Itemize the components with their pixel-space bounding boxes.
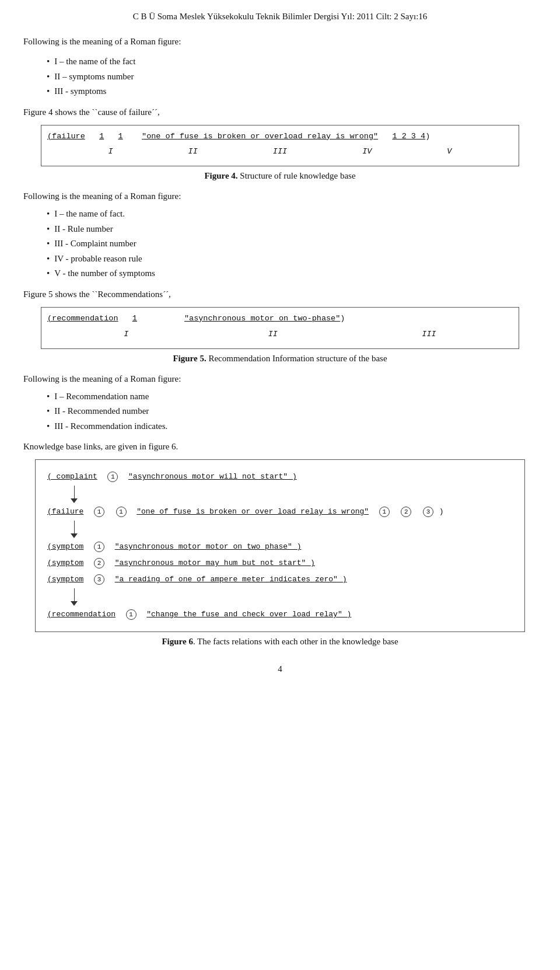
knowledge-section-text: Knowledge base links, are given in figur… — [23, 439, 537, 453]
arrow-group-2 — [71, 521, 513, 538]
list-item: I – the name of fact. — [47, 207, 537, 222]
figure5-box-row: (recommendation 1 "asynchronous motor on… — [47, 312, 513, 326]
figure5-caption: Figure 5. Recommendation Information str… — [23, 354, 537, 364]
arrow-group-1 — [71, 486, 513, 503]
intro-list: I – the name of the fact II – symptoms n… — [47, 54, 537, 99]
figure5-box-text: (recommendation 1 "asynchronous motor on… — [47, 312, 345, 326]
figure4-caption: Figure 4. Structure of rule knowledge ba… — [23, 171, 537, 181]
list-item: III - Recommendation indicates. — [47, 419, 537, 434]
page-header: C B Ü Soma Meslek Yüksekokulu Teknik Bil… — [23, 12, 537, 22]
list-item: I – the name of the fact — [47, 54, 537, 69]
figure6-caption: Figure 6. The facts relations with each … — [23, 637, 537, 647]
list-item: III - Complaint number — [47, 236, 537, 252]
intro-label: Following is the meaning of a Roman figu… — [23, 34, 537, 48]
after-fig5-label: Following is the meaning of a Roman figu… — [23, 372, 537, 386]
figure6-box: ( complaint 1 "asynchronous motor will n… — [35, 459, 525, 632]
figure5-roman-row: I II III — [47, 326, 513, 344]
figure4-roman-row: I II III IV V — [47, 143, 513, 161]
list-item: II - Rule number — [47, 222, 537, 237]
after-fig4-label: Following is the meaning of a Roman figu… — [23, 189, 537, 203]
after-fig5-list: I – Recommendation name II - Recommended… — [47, 389, 537, 434]
figure4-desc: Figure 4 shows the ``cause of failure´´, — [23, 105, 537, 119]
list-item: II - Recommended number — [47, 404, 537, 419]
list-item: V - the number of symptoms — [47, 266, 537, 281]
list-item: II – symptoms number — [47, 69, 537, 85]
figure4-box: (failure 1 1 "one of fuse is broken or o… — [41, 125, 519, 167]
figure6-row-symptom3: (symptom 3 "a reading of one of ampere m… — [47, 572, 513, 587]
figure6-row-symptom2: (symptom 2 "asynchronous motor may hum b… — [47, 556, 513, 571]
page-number: 4 — [23, 664, 537, 674]
list-item: IV - probable reason rule — [47, 252, 537, 267]
figure6-row-complaint: ( complaint 1 "asynchronous motor will n… — [47, 469, 513, 484]
list-item: I – Recommendation name — [47, 389, 537, 404]
after-fig4-list: I – the name of fact. II - Rule number I… — [47, 207, 537, 281]
figure5-intro-text: Figure 5 shows the ``Recommendations´´, — [23, 287, 537, 301]
figure4-box-row: (failure 1 1 "one of fuse is broken or o… — [47, 130, 513, 144]
figure6-row-failure: (failure 1 1 "one of fuse is broken or o… — [47, 504, 513, 519]
figure6-row-symptom1: (symptom 1 "asynchronous motor motor on … — [47, 539, 513, 554]
figure5-box: (recommendation 1 "asynchronous motor on… — [41, 307, 519, 349]
header-title: C B Ü Soma Meslek Yüksekokulu Teknik Bil… — [133, 12, 428, 21]
figure6-row-recommendation: (recommendation 1 "change the fuse and c… — [47, 607, 513, 622]
arrow-group-3 — [71, 588, 513, 606]
list-item: III - symptoms — [47, 84, 537, 99]
figure4-box-text: (failure 1 1 "one of fuse is broken or o… — [47, 130, 430, 144]
